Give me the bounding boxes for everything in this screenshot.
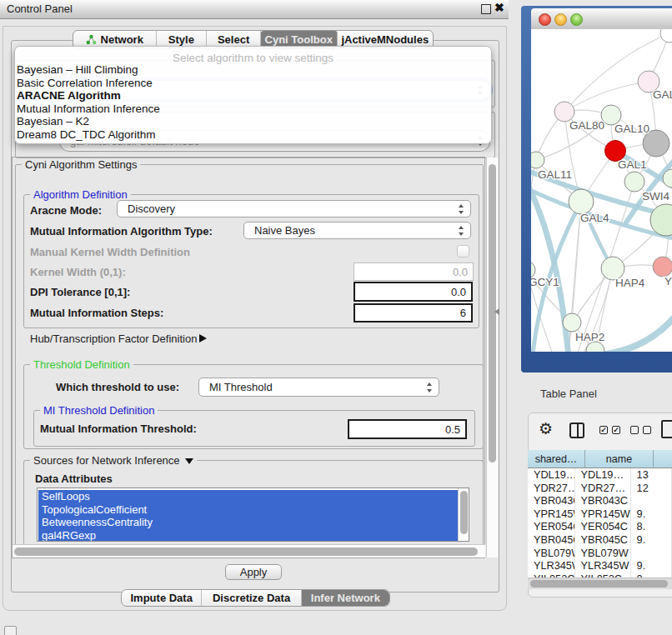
attributes-vscrollbar[interactable] <box>458 488 469 541</box>
document-icon[interactable] <box>661 420 672 438</box>
table-cell: 8. <box>631 520 672 533</box>
hub-expand-icon[interactable] <box>199 334 207 342</box>
attribute-list-item[interactable]: BetweennessCentrality <box>38 516 458 529</box>
table-row[interactable]: YER054CYER054C8. <box>528 520 672 533</box>
network-node[interactable] <box>569 189 594 214</box>
dropdown-option[interactable]: Bayesian – Hill Climbing <box>17 63 489 77</box>
unchecked-checkboxes-icon[interactable] <box>630 426 639 434</box>
unchecked-checkboxes-icon[interactable] <box>643 426 651 434</box>
network-node[interactable] <box>624 172 644 192</box>
mi-threshold-field[interactable]: 0.5 <box>348 419 467 439</box>
dropdown-option[interactable]: Bayesian – K2 <box>17 115 489 128</box>
control-panel-title: Control Panel <box>7 2 73 15</box>
which-threshold-combo[interactable]: MI Threshold <box>198 378 439 397</box>
attribute-list-item[interactable]: gal4RGexp <box>38 529 458 542</box>
table-hscrollbar[interactable] <box>528 578 672 589</box>
manual-kernel-checkbox[interactable] <box>457 245 469 258</box>
bottom-tab-label: Discretize Data <box>213 592 290 604</box>
mi-steps-value: 6 <box>460 307 466 319</box>
network-canvas[interactable]: GALGAL80GAL10GAL1GAL11SWI4GAL4HAP4YGCY1H… <box>531 29 672 352</box>
checked-checkboxes-icon[interactable]: ✓ <box>612 426 620 434</box>
close-window-icon[interactable] <box>539 13 551 26</box>
settings-hscrollbar[interactable] <box>13 544 485 558</box>
table-cell: YBR043C <box>575 494 631 508</box>
dropdown-option[interactable]: Basic Correlation Inference <box>17 77 489 90</box>
table-row[interactable]: YBR045CYBR045C9. <box>528 533 672 547</box>
float-window-icon[interactable] <box>481 4 491 14</box>
table-row[interactable]: YBL079WYBL079W <box>528 547 672 560</box>
table-column-header[interactable]: name <box>585 450 654 468</box>
table-cell: YDR27… <box>575 482 631 495</box>
table-body: YDL19…YDL19…13YDR27…YDR27…12YBR043CYBR04… <box>528 468 672 578</box>
split-panel-icon[interactable] <box>569 422 584 438</box>
network-node-label: GAL <box>653 88 672 101</box>
dpi-tolerance-label: DPI Tolerance [0,1]: <box>30 286 130 298</box>
dropdown-option[interactable]: Dream8 DC_TDC Algorithm <box>17 128 489 142</box>
table-hscrollbar-thumb[interactable] <box>530 580 668 588</box>
network-node[interactable] <box>653 257 672 277</box>
table-cell: YDL19… <box>528 468 575 482</box>
apply-button[interactable]: Apply <box>225 564 282 580</box>
table-cell: YLR345W <box>528 559 575 572</box>
tab-label: Select <box>218 33 249 46</box>
attribute-list-item[interactable]: TopologicalCoefficient <box>38 503 458 517</box>
network-node[interactable] <box>563 313 581 332</box>
network-window-titlebar <box>531 8 672 30</box>
table-row[interactable]: YBR043CYBR043C <box>528 494 672 508</box>
hub-definition-label[interactable]: Hub/Transcription Factor Definition <box>30 332 197 345</box>
mi-type-label: Mutual Information Algorithm Type: <box>30 225 213 238</box>
mi-type-combo[interactable]: Naive Bayes <box>243 222 471 239</box>
splitter-handle-icon[interactable] <box>494 308 499 315</box>
bottom-tabs: Impute DataDiscretize DataInfer Network <box>121 589 390 607</box>
close-panel-icon[interactable]: ✖ <box>494 1 504 14</box>
sources-collapse-icon[interactable] <box>185 458 193 464</box>
settings-vscrollbar[interactable] <box>486 158 498 558</box>
table-cell: YBR043C <box>528 494 575 508</box>
table-row[interactable]: YDR27…YDR27…12 <box>528 482 672 495</box>
kernel-width-field[interactable]: 0.0 <box>354 262 474 281</box>
attributes-vscrollbar-thumb[interactable] <box>460 491 468 534</box>
table-cell: YPR145W <box>575 508 631 521</box>
network-node-label: HAP2 <box>575 331 604 343</box>
table-row[interactable]: YLR345WYLR345W9. <box>528 559 672 572</box>
attribute-list-item[interactable]: SelfLoops <box>38 490 458 503</box>
bottom-tab-discretize-data[interactable]: Discretize Data <box>202 590 301 606</box>
kernel-width-label: Kernel Width (0,1): <box>30 266 126 278</box>
combo-arrows-icon <box>427 382 433 392</box>
zoom-window-icon[interactable] <box>570 13 583 26</box>
table-cell: YLR345W <box>575 559 631 572</box>
kernel-width-value: 0.0 <box>453 266 468 278</box>
network-node-label: Y <box>664 275 672 288</box>
network-node[interactable] <box>531 152 544 168</box>
network-node-label: SWI4 <box>642 190 669 202</box>
checked-checkboxes-icon[interactable]: ✓ <box>599 426 608 434</box>
minimize-window-icon[interactable] <box>554 13 567 26</box>
network-tab-icon <box>86 34 97 45</box>
dropdown-option[interactable]: ARACNE Algorithm <box>17 89 489 102</box>
table-cell: 9. <box>631 559 672 572</box>
table-column-header[interactable]: A <box>654 450 672 468</box>
tab-label: jActiveMNodules <box>341 33 429 46</box>
dropdown-option[interactable]: Mutual Information Inference <box>17 102 489 116</box>
table-column-header[interactable]: shared… <box>528 450 585 468</box>
table-row[interactable]: YPR145WYPR145W9. <box>528 508 672 521</box>
network-edge <box>531 160 536 270</box>
mi-steps-field[interactable]: 6 <box>354 303 473 322</box>
bottom-tab-impute-data[interactable]: Impute Data <box>122 590 202 606</box>
settings-hscrollbar-thumb[interactable] <box>14 548 478 556</box>
dock-panel-icon[interactable] <box>4 626 17 635</box>
tab-label: Cyni Toolbox <box>265 33 333 46</box>
screen: Control Panel ✖ Inference Algorithm gal4… <box>0 0 672 635</box>
data-attributes-list[interactable]: SelfLoopsTopologicalCoefficientBetweenne… <box>37 488 469 542</box>
bottom-tab-infer-network[interactable]: Infer Network <box>302 590 389 606</box>
table-cell: 13 <box>631 468 672 482</box>
dpi-tolerance-field[interactable]: 0.0 <box>354 282 473 302</box>
table-row[interactable]: YDL19…YDL19…13 <box>528 468 672 482</box>
combo-arrows-icon <box>459 226 464 236</box>
network-node-label: GAL4 <box>580 212 609 224</box>
network-node[interactable] <box>660 29 672 42</box>
aracne-mode-value: Discovery <box>128 202 175 215</box>
aracne-mode-combo[interactable]: Discovery <box>117 200 471 218</box>
gear-icon[interactable]: ⚙ <box>539 419 553 439</box>
algorithm-definition-title: Algorithm Definition <box>30 188 131 201</box>
